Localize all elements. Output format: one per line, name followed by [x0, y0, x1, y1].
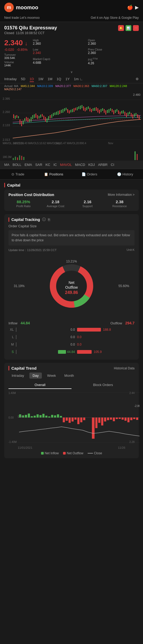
svg-text:180.3M: 180.3M	[3, 156, 11, 158]
tab-1w[interactable]: 1W	[38, 77, 43, 82]
flow-text-m: 0.0	[77, 343, 88, 346]
tab-positions[interactable]: 📋 Positions	[36, 169, 72, 179]
more-row[interactable]: ∨	[0, 69, 143, 75]
ma-line: Actual: MA MA5:2.344 MA10:2.339 MA20:2.3…	[0, 83, 143, 92]
svg-rect-16	[24, 118, 25, 121]
tagline: Next trade Let's moomoo	[4, 16, 40, 20]
tab-settings[interactable]: ⚙	[136, 77, 139, 82]
svg-rect-121	[51, 415, 53, 418]
svg-rect-64	[101, 109, 101, 112]
play-icon[interactable]: ▶	[135, 4, 139, 10]
trend-sub-overall[interactable]: Overall	[8, 381, 72, 389]
trend-tab-month[interactable]: Month	[61, 373, 77, 379]
price-chart-svg: 2.395 2.260 2.133 2.013	[2, 92, 141, 145]
svg-rect-52	[82, 105, 82, 108]
ind-boll[interactable]: BOLL	[13, 163, 21, 167]
svg-rect-117	[39, 415, 42, 418]
svg-rect-61	[96, 107, 97, 111]
trend-tab-week[interactable]: Week	[44, 373, 59, 379]
stock-header: 01576 Qilu Expressway Closed 11/26 16:08…	[0, 22, 143, 37]
trend-chart-svg: 0.00 -2.86	[18, 391, 140, 444]
tab-1q[interactable]: 1Q	[57, 77, 61, 82]
svg-rect-93	[13, 158, 14, 160]
more-info-link[interactable]: More Information >	[108, 193, 135, 197]
svg-rect-141	[116, 418, 118, 419]
icon-3[interactable]: ⋯	[133, 25, 139, 31]
tab-trade[interactable]: ⊙ Trade	[0, 169, 36, 179]
svg-rect-36	[56, 112, 57, 115]
info-icon[interactable]: ⓘ	[42, 217, 46, 222]
tab-1min[interactable]: 1m ∟	[74, 77, 83, 82]
tab-intraday[interactable]: Intraday	[4, 77, 17, 82]
svg-rect-97	[21, 156, 22, 160]
svg-rect-123	[57, 414, 59, 418]
svg-rect-53	[83, 106, 84, 111]
ind-ema[interactable]: EMA	[25, 163, 32, 167]
icon-1[interactable]: 🔔	[118, 25, 124, 31]
tab-history[interactable]: 🕐 History	[107, 169, 143, 179]
svg-rect-118	[42, 414, 44, 418]
legend-dot-outflow	[63, 452, 66, 455]
tab-5d[interactable]: 5D	[21, 77, 25, 82]
share-icon[interactable]: ⎘	[48, 217, 50, 222]
ind-macd[interactable]: MACD	[75, 163, 85, 167]
svg-rect-86	[136, 113, 136, 116]
trend-tab-intraday[interactable]: Intraday	[8, 373, 27, 379]
capital-section: Capital Position Cost Distribution More …	[0, 180, 143, 465]
store-text: Get it on App Store & Google Play	[91, 16, 139, 20]
position-cost-header: Position Cost Distribution More Informat…	[8, 193, 135, 197]
ind-kc[interactable]: KC	[46, 163, 50, 167]
svg-rect-20	[31, 117, 32, 122]
flow-bar-s-right	[77, 350, 92, 354]
change-val: -0.020	[4, 48, 14, 52]
svg-rect-135	[98, 418, 100, 423]
svg-rect-138	[107, 418, 109, 420]
mavol-info: MAVOL: VOL1:14.40 MAVOL5:10.62 MAVOL10:1…	[3, 142, 86, 145]
indicator-tabs[interactable]: MA BOLL EMA SAR KC IC MAVOL MACD KDJ ARB…	[0, 161, 143, 169]
svg-text:2.260: 2.260	[3, 110, 10, 114]
ind-ic[interactable]: IC	[53, 163, 57, 167]
svg-rect-59	[93, 108, 93, 111]
svg-rect-142	[119, 418, 121, 419]
tab-orders[interactable]: 📄 Orders	[72, 169, 107, 179]
icon-2[interactable]: 📊	[126, 25, 131, 31]
prev-close-item: Prev Close 2.360	[88, 48, 139, 57]
trend-sub-block[interactable]: Block Orders	[72, 381, 135, 389]
svg-rect-14	[21, 121, 22, 126]
svg-rect-122	[54, 415, 56, 418]
action-tabs[interactable]: ⊙ Trade 📋 Positions 📄 Orders 🕐 History	[0, 169, 143, 180]
tab-1m[interactable]: 1M	[48, 77, 52, 82]
volume-area: 180.3M	[0, 150, 143, 161]
svg-rect-44	[69, 110, 70, 114]
historical-link[interactable]: Historical Data	[114, 366, 135, 370]
svg-rect-139	[110, 418, 112, 420]
svg-rect-63	[99, 110, 100, 114]
svg-rect-112	[25, 415, 27, 418]
donut-label-left: 31.19%	[14, 284, 25, 288]
tab-1y[interactable]: 1Y	[65, 77, 70, 82]
position-cost-title: Position Cost Distribution	[8, 193, 54, 197]
ind-ma[interactable]: MA	[4, 163, 10, 167]
trend-tabs[interactable]: Intraday Day Week Month	[8, 373, 135, 379]
svg-rect-13	[20, 120, 20, 124]
ind-mavol[interactable]: MAVOL	[60, 163, 72, 167]
svg-rect-56	[88, 106, 89, 109]
apple-icon[interactable]: 🍎	[127, 4, 133, 10]
date-left: 11/01/2021	[18, 446, 32, 449]
ind-kdj[interactable]: KDJ	[88, 163, 95, 167]
svg-rect-75	[118, 110, 119, 114]
svg-rect-38	[59, 110, 60, 114]
date-right: 11/26	[118, 446, 125, 449]
ind-sar[interactable]: SAR	[35, 163, 42, 167]
svg-rect-68	[107, 110, 108, 113]
ind-arbr[interactable]: ARBR	[98, 163, 108, 167]
ind-ci[interactable]: CI	[111, 163, 114, 167]
y-left-top: 1.40M	[8, 392, 17, 394]
trend-sub-tabs[interactable]: Overall Block Orders	[8, 381, 135, 389]
ma250: MA250:2.147	[4, 88, 21, 91]
svg-rect-57	[90, 108, 90, 111]
chart-tabs[interactable]: Intraday 5D 1D 1W 1M 1Q 1Y 1m ∟ ⚙	[0, 75, 143, 83]
trend-tab-day[interactable]: Day	[29, 373, 42, 379]
outflow-header: Outflow 294.7	[110, 321, 135, 325]
tab-1d[interactable]: 1D	[30, 77, 34, 82]
